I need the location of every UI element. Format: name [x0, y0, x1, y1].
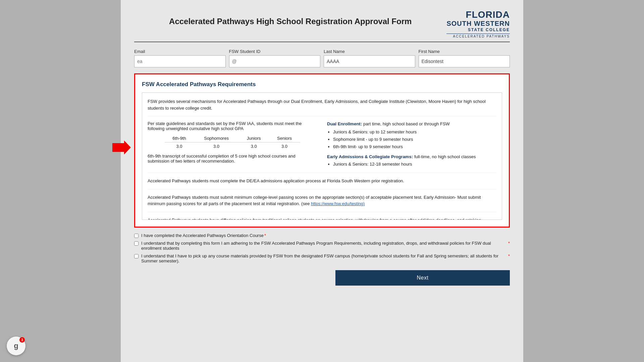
gpa-table: 6th-9th Sophomores Juniors Seniors 3.0 [165, 134, 300, 150]
gpa-val-3: 3.0 [269, 142, 300, 150]
next-button[interactable]: Next [335, 270, 510, 286]
checkbox-row-3: I understand that I have to pick up any … [134, 253, 510, 263]
checkbox-row-1: I have completed the Accelerated Pathway… [134, 233, 510, 238]
requirements-box: FSW Accelerated Pathways Requirements FS… [134, 73, 510, 228]
first-name-label: First Name [419, 49, 510, 54]
checkbox-1-label: I have completed the Accelerated Pathway… [141, 233, 264, 238]
para5-text1: Accelerated Pathways students have diffe… [148, 218, 481, 220]
page-title: Accelerated Pathways High School Registr… [134, 17, 446, 26]
gpa-val-2: 3.0 [239, 142, 269, 150]
req-para-3: Accelerated Pathways students must compl… [148, 178, 496, 189]
req-para-1: FSW provides several mechanisms for Acce… [148, 98, 496, 116]
dual-title: Dual Enrollment: [327, 121, 362, 126]
early-title: Early Admissions & Collegiate Programs: [327, 154, 413, 159]
logo-ap: ACCELERATED PATHWAYS [446, 34, 510, 38]
google-badge[interactable]: g 3 [7, 337, 25, 355]
early-subtitle: full-time, no high school classes [414, 154, 476, 159]
required-star-3: * [508, 253, 510, 258]
gpa-val-0: 3.0 [165, 142, 194, 150]
dual-bullet-0: Juniors & Seniors: up to 12 semester hou… [333, 128, 496, 136]
gpa-header-3: Seniors [269, 134, 300, 142]
req-para-4: Accelerated Pathways students must submi… [148, 194, 496, 212]
student-id-input[interactable] [229, 55, 321, 67]
logo-area: FLORIDA SOUTH WESTERN STATE COLLEGE ACCE… [446, 10, 510, 38]
next-btn-row: Next [134, 270, 510, 286]
arrow-indicator [112, 140, 131, 156]
requirements-title: FSW Accelerated Pathways Requirements [142, 81, 502, 88]
checkbox-row-2: I understand that by completing this for… [134, 241, 510, 251]
last-name-input[interactable] [324, 55, 415, 67]
dual-enrollment-section: Dual Enrollment: part time, high school … [327, 121, 496, 150]
checkbox-1[interactable] [134, 234, 139, 238]
para4-link[interactable]: https://www.fsw.edu/testing) [311, 201, 365, 206]
requirements-content[interactable]: FSW provides several mechanisms for Acce… [142, 93, 502, 220]
notification-badge: 3 [19, 337, 25, 343]
page-wrapper: Accelerated Pathways High School Registr… [0, 0, 644, 362]
gpa-val-1: 3.0 [194, 142, 238, 150]
checkboxes-area: I have completed the Accelerated Pathway… [134, 233, 510, 263]
form-container: Accelerated Pathways High School Registr… [121, 0, 523, 362]
dual-bullets: Juniors & Seniors: up to 12 semester hou… [333, 128, 496, 150]
header-row: Accelerated Pathways High School Registr… [134, 10, 510, 42]
first-name-input[interactable] [419, 55, 510, 67]
student-id-label: FSW Student ID [229, 49, 321, 54]
logo-florida: FLORIDA [446, 10, 510, 19]
checkbox-3[interactable] [134, 254, 139, 258]
svg-marker-0 [112, 140, 131, 155]
email-input[interactable] [134, 55, 226, 67]
first-name-group: First Name [419, 49, 510, 67]
dual-bullet-2: 6th-9th limit- up to 9 semester hours [333, 143, 496, 150]
gpa-intro: Per state guidelines and standards set b… [148, 121, 317, 131]
email-group: Email [134, 49, 226, 67]
fields-row: Email FSW Student ID Last Name First Nam… [134, 49, 510, 67]
gpa-header-1: Sophomores [194, 134, 238, 142]
checkbox-3-label: I understand that I have to pick up any … [141, 253, 507, 263]
early-bullets: Juniors & Seniors: 12-18 semester hours [333, 161, 496, 168]
early-bullet-0: Juniors & Seniors: 12-18 semester hours [333, 161, 496, 168]
arrow-icon [112, 140, 131, 155]
checkbox-2-label: I understand that by completing this for… [141, 241, 507, 251]
logo-southwestern: SOUTH WESTERN [446, 19, 510, 27]
gpa-header-2: Juniors [239, 134, 269, 142]
title-area: Accelerated Pathways High School Registr… [134, 10, 446, 26]
early-admissions-section: Early Admissions & Collegiate Programs: … [327, 154, 496, 168]
dual-subtitle: part time, high school based or through … [363, 121, 450, 126]
google-badge-label: g [14, 342, 18, 350]
required-star-2: * [508, 241, 510, 246]
content-area: FSW Accelerated Pathways Requirements FS… [134, 73, 510, 228]
last-name-label: Last Name [324, 49, 415, 54]
gpa-header-0: 6th-9th [165, 134, 194, 142]
student-id-group: FSW Student ID [229, 49, 321, 67]
req-two-col: Per state guidelines and standards set b… [148, 121, 496, 173]
dual-bullet-1: Sophomore limit - up to 9 semester hours [333, 136, 496, 143]
req-right-col: Dual Enrollment: part time, high school … [327, 121, 496, 168]
req-left-col: Per state guidelines and standards set b… [148, 121, 317, 168]
gpa-note: 6th-9th transcript of successful complet… [148, 154, 317, 164]
checkbox-2[interactable] [134, 241, 139, 246]
last-name-group: Last Name [324, 49, 415, 67]
req-para-5: Accelerated Pathways students have diffe… [148, 217, 496, 220]
required-star-1: * [264, 233, 266, 238]
logo-state: STATE COLLEGE [446, 27, 510, 32]
email-label: Email [134, 49, 226, 54]
